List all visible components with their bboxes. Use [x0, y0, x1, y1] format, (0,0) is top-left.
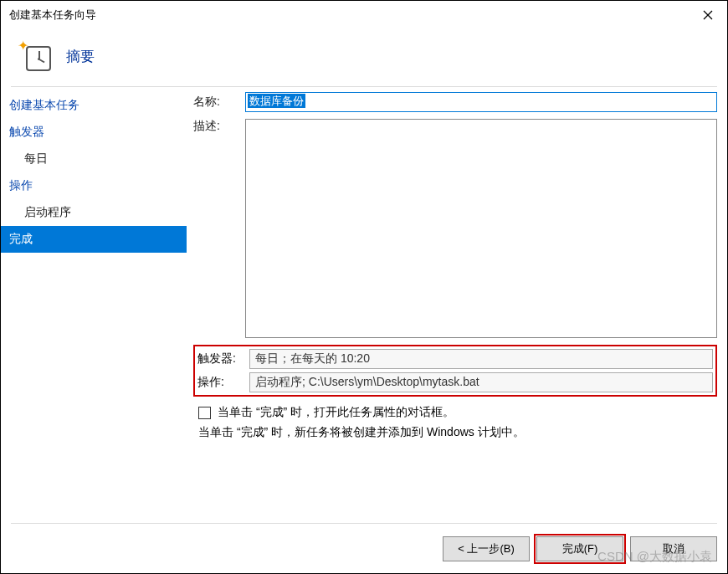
titlebar: 创建基本任务向导: [1, 1, 727, 29]
name-input[interactable]: 数据库备份: [245, 92, 717, 112]
info-text: 当单击 “完成” 时，新任务将被创建并添加到 Windows 计划中。: [193, 425, 717, 440]
wizard-header: ✦ 摘要: [1, 29, 727, 86]
window-title: 创建基本任务向导: [9, 8, 96, 23]
content-pane: 名称: 数据库备份 描述: 触发器: 每日；在每天的 10:20 操作: 启动程…: [187, 87, 727, 516]
step-action[interactable]: 操作: [1, 172, 187, 199]
open-properties-checkbox[interactable]: [198, 407, 211, 419]
desc-input[interactable]: [245, 119, 717, 338]
name-value: 数据库备份: [248, 94, 305, 108]
finish-button[interactable]: 完成(F): [536, 536, 623, 561]
close-button[interactable]: [689, 1, 727, 29]
step-finish[interactable]: 完成: [1, 226, 187, 253]
wizard-steps: 创建基本任务 触发器 每日 操作 启动程序 完成: [1, 87, 187, 516]
trigger-value: 每日；在每天的 10:20: [249, 349, 713, 369]
desc-label: 描述:: [193, 119, 245, 134]
action-label: 操作:: [197, 375, 249, 390]
open-properties-label: 当单击 “完成” 时，打开此任务属性的对话框。: [218, 405, 454, 420]
page-title: 摘要: [66, 47, 95, 66]
trigger-label: 触发器:: [197, 351, 249, 366]
open-properties-row[interactable]: 当单击 “完成” 时，打开此任务属性的对话框。: [193, 405, 717, 420]
body: 创建基本任务 触发器 每日 操作 启动程序 完成 名称: 数据库备份 描述: 触…: [1, 87, 727, 516]
action-value: 启动程序; C:\Users\ym\Desktop\mytask.bat: [249, 372, 713, 392]
back-button[interactable]: < 上一步(B): [443, 536, 530, 561]
summary-highlight: 触发器: 每日；在每天的 10:20 操作: 启动程序; C:\Users\ym…: [193, 345, 717, 397]
name-label: 名称:: [193, 95, 245, 110]
wizard-window: 创建基本任务向导 ✦ 摘要 创建基本任务 触发器 每日 操作 启动程序 完成 名…: [0, 0, 728, 574]
step-create-task[interactable]: 创建基本任务: [1, 92, 187, 119]
step-start-program: 启动程序: [1, 199, 187, 226]
cancel-button[interactable]: 取消: [630, 536, 717, 561]
task-icon: ✦: [21, 41, 51, 71]
step-trigger[interactable]: 触发器: [1, 119, 187, 146]
footer: < 上一步(B) 完成(F) 取消: [11, 523, 717, 573]
step-daily: 每日: [1, 146, 187, 172]
